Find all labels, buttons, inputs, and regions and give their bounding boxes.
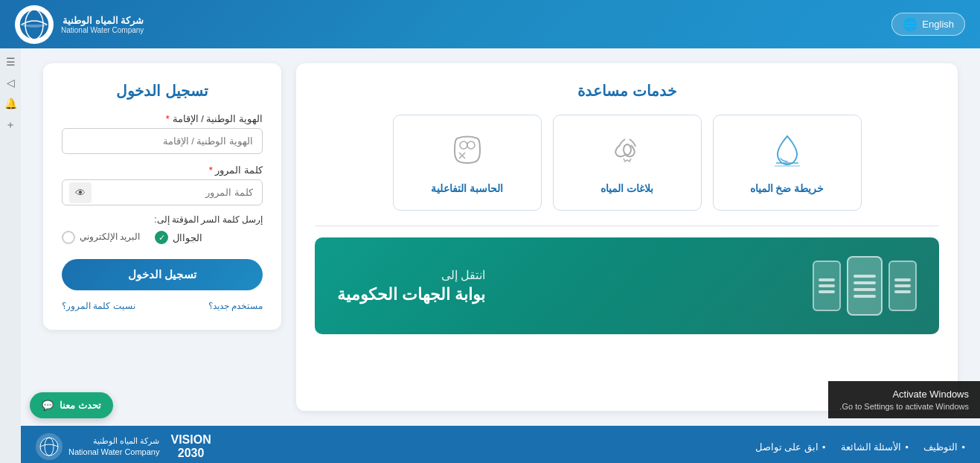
login-panel: تسجيل الدخول الهوية الوطنية / الإقامة * … (43, 63, 281, 330)
chat-icon: 💬 (42, 400, 54, 411)
logo-text: شركة المياه الوطنية National Water Compa… (61, 15, 144, 34)
mobile-label: الجواال (173, 232, 202, 243)
svg-point-8 (40, 438, 58, 456)
footer-link-contact[interactable]: ابق على تواصل (755, 441, 826, 453)
svg-point-4 (460, 141, 467, 149)
banner-phones (813, 256, 917, 316)
footer-nwc-block: شركة المياه الوطنية National Water Compa… (36, 433, 159, 460)
service-card-calculator[interactable]: الحاسبة التفاعلية (393, 115, 542, 211)
language-button[interactable]: English 🌐 (891, 13, 965, 36)
svg-point-3 (624, 144, 631, 155)
services-divider (315, 226, 939, 226)
sidebar-menu-icon[interactable]: ☰ (6, 56, 16, 68)
svg-point-5 (467, 141, 475, 149)
phone-right (813, 261, 841, 311)
chat-label: تحدث معنا (60, 400, 101, 411)
footer-nwc-en: National Water Company (68, 447, 159, 458)
logo-arabic: شركة المياه الوطنية (61, 15, 144, 26)
banner-subtitle: انتقل إلى (337, 268, 485, 282)
new-user-link[interactable]: مستخدم جديد؟ (208, 301, 263, 311)
language-label: English (922, 19, 954, 30)
footer-links: التوظيف الأسئلة الشائعة ابق على تواصل (755, 441, 965, 453)
water-drop-svg (769, 130, 806, 167)
nwc-logo-svg (18, 8, 51, 41)
footer-nwc-circle (36, 433, 63, 460)
services-panel: خدمات مساعدة خريطة ضخ المياه (296, 63, 958, 411)
password-label: كلمة المرور * (62, 165, 263, 176)
banner-title: بوابة الجهات الحكومية (337, 285, 485, 304)
id-required-star: * (166, 113, 170, 124)
footer-link-faq[interactable]: الأسئلة الشائعة (841, 441, 909, 453)
phone-left (888, 261, 917, 311)
chat-button[interactable]: تحدث معنا 💬 (30, 392, 113, 418)
header: English 🌐 شركة المياه الوطنية National W… (0, 0, 980, 48)
show-password-button[interactable]: 👁 (69, 182, 92, 203)
main-content: خدمات مساعدة خريطة ضخ المياه (21, 48, 980, 426)
water-complaints-svg (609, 130, 646, 167)
otp-title: إرسل كلمة السر المؤقتة إلى: (62, 214, 263, 225)
calculator-svg (449, 130, 486, 167)
password-required-star: * (209, 165, 213, 176)
water-map-icon (725, 130, 850, 174)
gov-banner[interactable]: انتقل إلى بوابة الجهات الحكومية (315, 237, 939, 334)
services-title: خدمات مساعدة (315, 82, 939, 100)
email-label: البريد الإلكتروني (80, 232, 140, 243)
footer-nwc-text: شركة المياه الوطنية National Water Compa… (68, 435, 159, 459)
password-wrapper: 👁 (62, 179, 263, 205)
id-label: الهوية الوطنية / الإقامة * (62, 113, 263, 124)
left-sidebar: ☰ ◁ 🔔 ＋ (0, 48, 21, 463)
banner-text: انتقل إلى بوابة الجهات الحكومية (337, 268, 485, 304)
sidebar-plus-icon[interactable]: ＋ (5, 118, 16, 132)
globe-icon: 🌐 (903, 17, 917, 31)
calculator-icon (405, 130, 530, 174)
login-button[interactable]: تسجيل الدخول (62, 259, 263, 290)
login-links: مستخدم جديد؟ نسيت كلمة المرور؟ (62, 301, 263, 311)
id-input[interactable] (62, 128, 263, 154)
otp-section: إرسل كلمة السر المؤقتة إلى: الجواال البر… (62, 214, 263, 244)
complaints-label: بلاغات المياه (601, 182, 653, 194)
water-map-label: خريطة ضخ المياه (750, 182, 824, 194)
sidebar-back-icon[interactable]: ◁ (7, 77, 15, 89)
logo-block: شركة المياه الوطنية National Water Compa… (15, 5, 144, 44)
activate-windows-overlay: Activate Windows Go to Settings to activ… (828, 381, 980, 418)
forgot-password-link[interactable]: نسيت كلمة المرور؟ (62, 301, 135, 311)
otp-email-option[interactable]: البريد الإلكتروني (62, 231, 140, 244)
complaints-icon (565, 130, 690, 174)
calculator-label: الحاسبة التفاعلية (431, 182, 503, 194)
logo-circle (15, 5, 54, 44)
footer-nwc-ar: شركة المياه الوطنية (68, 435, 159, 447)
mobile-radio[interactable] (155, 231, 168, 244)
email-radio[interactable] (62, 231, 75, 244)
otp-options: الجواال البريد الإلكتروني (62, 231, 263, 244)
logo-english: National Water Company (61, 26, 144, 34)
footer-logo-block: VISION 2030 شركة المياه الوطنية National… (36, 433, 211, 460)
phone-center (847, 256, 883, 316)
footer-link-employment[interactable]: التوظيف (923, 441, 965, 453)
otp-mobile-option[interactable]: الجواال (155, 231, 202, 244)
services-grid: خريطة ضخ المياه بلاغات المياه (315, 115, 939, 211)
activate-title: Activate Windows (839, 389, 969, 400)
login-title: تسجيل الدخول (62, 82, 263, 100)
vision-2030-year: VISION 2030 (170, 433, 211, 460)
activate-sub: Go to Settings to activate Windows. (839, 402, 969, 411)
password-input[interactable] (62, 179, 263, 205)
service-card-complaints[interactable]: بلاغات المياه (553, 115, 702, 211)
vision-2030-box: VISION 2030 (170, 433, 211, 460)
service-card-water-map[interactable]: خريطة ضخ المياه (713, 115, 862, 211)
sidebar-bell-icon[interactable]: 🔔 (4, 98, 17, 109)
footer: التوظيف الأسئلة الشائعة ابق على تواصل VI… (21, 426, 980, 463)
